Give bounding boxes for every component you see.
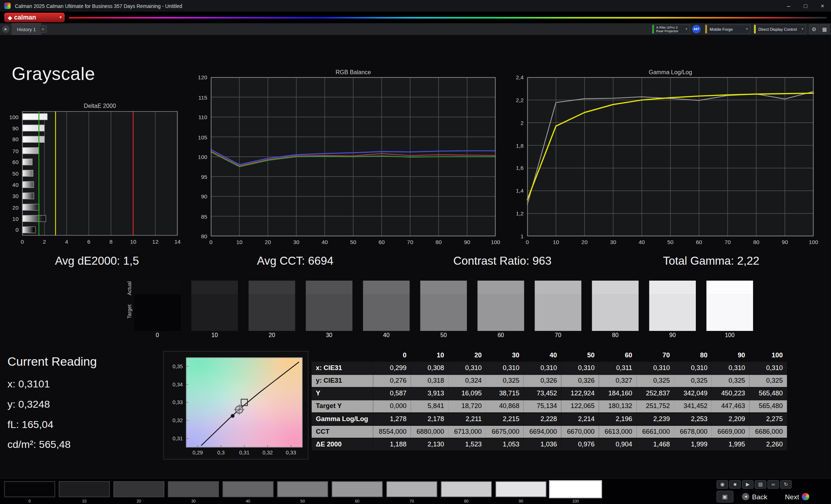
swatch-actual-fill bbox=[191, 281, 238, 294]
tool-button-2[interactable]: ■ bbox=[729, 480, 741, 488]
axis-tick-label: 10 bbox=[236, 239, 242, 245]
gamma-line-chart: 010203040506070809010011,21,41,61,822,22… bbox=[527, 77, 814, 236]
deltae-level-label: 10 bbox=[12, 215, 18, 222]
table-cell: 0,326 bbox=[561, 374, 599, 387]
axis-tick-label: 14 bbox=[174, 238, 180, 245]
table-row: Gamma Log/Log1,2782,1782,2112,2152,2282,… bbox=[312, 412, 787, 425]
pattern-button-30[interactable] bbox=[168, 481, 219, 497]
table-cell: 0,327 bbox=[599, 374, 636, 387]
axis-tick-label: 0 bbox=[526, 239, 529, 245]
swatch-actual-fill bbox=[592, 281, 639, 294]
axis-tick-label: 30 bbox=[293, 239, 299, 245]
grayscale-swatch-50 bbox=[420, 281, 467, 331]
swatch-actual-fill bbox=[420, 281, 467, 294]
tool-button-1[interactable]: ◉ bbox=[716, 480, 728, 488]
table-cell: 2,239 bbox=[636, 412, 674, 425]
swatch-label: 70 bbox=[535, 332, 581, 339]
grayscale-swatch-90 bbox=[649, 281, 696, 331]
next-button[interactable]: Next bbox=[775, 491, 819, 503]
pattern-button-80[interactable] bbox=[441, 481, 492, 497]
swatch-target-fill bbox=[478, 294, 524, 331]
reading-count-badge[interactable]: 447 bbox=[692, 25, 701, 33]
minimize-button[interactable]: – bbox=[780, 0, 797, 12]
swatch-label: 80 bbox=[592, 332, 639, 339]
swatch-actual-fill bbox=[649, 281, 696, 294]
deltae-level-label: 0 bbox=[16, 227, 19, 233]
display-control-dropdown[interactable]: Direct Display Control ▾ bbox=[753, 24, 806, 34]
deltae-bar-30 bbox=[22, 193, 34, 199]
page-title: Grayscale bbox=[12, 63, 95, 84]
table-cell: 73,452 bbox=[524, 387, 561, 400]
brand-bar: ◈ calman ▾ bbox=[0, 12, 831, 23]
axis-tick-label: 100 bbox=[491, 239, 500, 245]
swatch-target-fill bbox=[306, 294, 353, 331]
gear-icon[interactable]: ⚙ bbox=[809, 24, 819, 34]
tool-button-5[interactable]: ∞ bbox=[767, 480, 779, 488]
grayscale-swatch-70 bbox=[535, 281, 581, 331]
axis-tick-label: 95 bbox=[201, 173, 207, 180]
table-cell: 0,325 bbox=[712, 374, 749, 387]
display-status-indicator bbox=[754, 25, 756, 33]
pattern-button-100[interactable] bbox=[550, 481, 601, 497]
grayscale-swatch-0 bbox=[134, 281, 181, 331]
tool-button-4[interactable]: ▤ bbox=[755, 480, 766, 488]
pattern-button-10[interactable] bbox=[59, 481, 109, 497]
axis-tick-label: 115 bbox=[198, 94, 207, 101]
reading-fl: fL: 165,04 bbox=[7, 418, 53, 430]
table-row-label: Y bbox=[312, 387, 373, 400]
workspace-icon[interactable]: ▦ bbox=[820, 24, 829, 34]
back-icon: ◄ bbox=[742, 493, 749, 500]
pattern-button-50[interactable] bbox=[277, 481, 328, 497]
tab-history-1[interactable]: History 1 bbox=[12, 23, 41, 35]
expand-panel-button[interactable]: ▶ bbox=[2, 25, 9, 33]
back-button[interactable]: ◄ Back bbox=[737, 491, 773, 503]
bottom-bar: ▣ ◄ Back Next 0102030405060708090100◉■▶▤… bbox=[0, 478, 831, 504]
axis-tick-label: 2 bbox=[520, 119, 524, 126]
cie-y-tick: 0,31 bbox=[173, 436, 183, 441]
pattern-button-90[interactable] bbox=[495, 481, 546, 497]
pattern-button-label: 0 bbox=[4, 499, 55, 503]
table-column-header: 80 bbox=[674, 348, 712, 362]
swatch-label: 90 bbox=[649, 332, 696, 339]
pattern-button-label: 70 bbox=[386, 499, 437, 503]
axis-tick-label: 70 bbox=[407, 239, 413, 245]
axis-tick-label: 1,6 bbox=[516, 165, 523, 171]
layout-icon: ▣ bbox=[722, 494, 728, 500]
add-tab-button[interactable]: + bbox=[39, 25, 46, 33]
pattern-button-label: 50 bbox=[277, 499, 328, 503]
pattern-button-40[interactable] bbox=[223, 481, 273, 497]
table-cell: 447,463 bbox=[712, 400, 749, 412]
tool-button-6[interactable]: ↻ bbox=[780, 480, 792, 488]
calman-logo-menu[interactable]: ◈ calman ▾ bbox=[4, 13, 65, 22]
swatch-actual-fill bbox=[363, 281, 410, 294]
tool-button-3[interactable]: ▶ bbox=[742, 480, 753, 488]
source-name: Mobile Forge bbox=[710, 27, 733, 32]
pattern-button-70[interactable] bbox=[386, 481, 437, 497]
cie-x-tick: 0,3 bbox=[217, 449, 225, 455]
deltae-bar-chart: 024681012141009080706050403020100 bbox=[22, 111, 177, 236]
axis-tick-label: 20 bbox=[581, 239, 587, 245]
grayscale-swatch-80 bbox=[592, 281, 639, 331]
axis-tick-label: 10 bbox=[553, 239, 559, 245]
table-cell: 1,523 bbox=[448, 438, 486, 450]
maximize-button[interactable]: □ bbox=[797, 0, 814, 12]
axis-tick-label: 50 bbox=[667, 239, 673, 245]
close-button[interactable]: × bbox=[814, 0, 831, 12]
axis-tick-label: 100 bbox=[198, 154, 207, 160]
meter-select-dropdown[interactable]: X-Rite i1Pro 3 Rear Projector ▾ bbox=[652, 24, 690, 34]
next-icon bbox=[802, 493, 809, 500]
layout-button[interactable]: ▣ bbox=[716, 491, 734, 503]
swatch-label: 60 bbox=[478, 332, 524, 339]
swatch-label: 100 bbox=[706, 332, 753, 339]
pattern-button-60[interactable] bbox=[332, 481, 382, 497]
deltae-bar-20 bbox=[22, 204, 39, 210]
table-cell: 341,452 bbox=[674, 400, 712, 412]
pattern-button-0[interactable] bbox=[4, 481, 55, 497]
swatch-target-fill bbox=[134, 294, 181, 331]
pattern-button-20[interactable] bbox=[113, 481, 164, 497]
reading-x: x: 0,3101 bbox=[7, 378, 50, 390]
source-select-dropdown[interactable]: Mobile Forge ▾ bbox=[705, 24, 751, 34]
deltae-bar-0 bbox=[22, 227, 35, 233]
table-cell: 0,325 bbox=[636, 374, 674, 387]
window-controls: – □ × bbox=[780, 0, 831, 12]
